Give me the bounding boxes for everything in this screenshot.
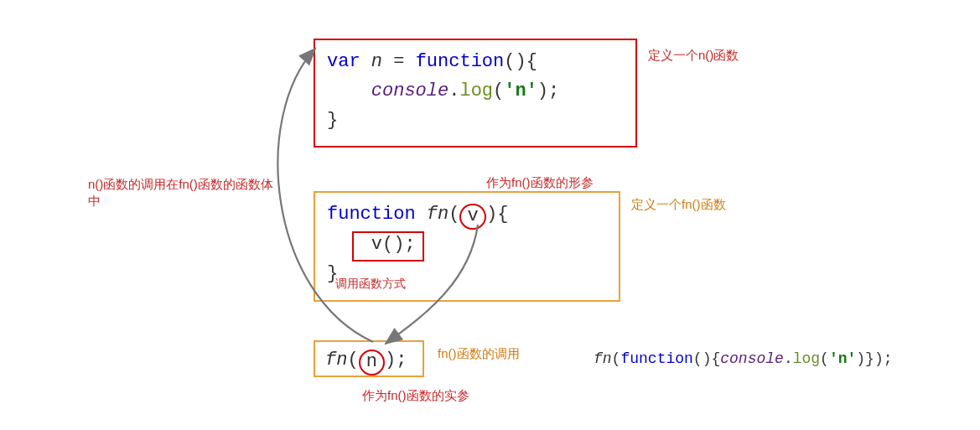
code-text-n-def: var n = function(){ console.log('n'); } xyxy=(315,40,635,142)
keyword-function-2: function xyxy=(327,204,416,225)
inline-str-open: ( xyxy=(820,350,829,367)
open-paren-2: ( xyxy=(449,204,459,225)
inline-console: console xyxy=(720,350,784,367)
param-v-circle: v xyxy=(459,204,486,231)
after-param: ){ xyxy=(486,204,508,225)
paren-brace: (){ xyxy=(504,51,537,72)
console-obj: console xyxy=(371,80,449,101)
inline-open: ( xyxy=(612,350,621,367)
indent xyxy=(327,80,371,101)
inline-fn: fn xyxy=(594,350,612,367)
eq-sign: = xyxy=(382,51,416,72)
open-paren-3: ( xyxy=(347,350,358,370)
inline-equivalent-code: fn(function(){console.log('n')}); xyxy=(594,350,893,367)
fn-name: fn xyxy=(427,204,449,225)
string-n: 'n' xyxy=(504,80,537,101)
annotation-n-call-in-fn: n()函数的调用在fn()函数的函数体中 xyxy=(88,176,281,210)
keyword-var: var xyxy=(327,51,360,72)
log-method: log xyxy=(459,80,493,101)
inline-str: 'n' xyxy=(829,350,856,367)
arg-n: n xyxy=(366,351,377,372)
code-block-fn-call: fn(n); xyxy=(314,340,424,377)
open-paren: ( xyxy=(493,80,504,101)
inline-log: log xyxy=(793,350,820,367)
annotation-fn-param: 作为fn()函数的形参 xyxy=(486,174,594,191)
close-brace: } xyxy=(327,110,338,131)
inline-after-fn: (){ xyxy=(693,350,720,367)
annotation-call-fn-way: 调用函数方式 xyxy=(335,276,406,292)
annotation-fn-arg: 作为fn()函数的实参 xyxy=(362,387,469,404)
param-v: v xyxy=(468,205,479,226)
diagram-stage: var n = function(){ console.log('n'); } … xyxy=(0,0,980,430)
annotation-fn-invoke: fn()函数的调用 xyxy=(438,345,520,362)
annotation-define-fn: 定义一个fn()函数 xyxy=(631,196,726,213)
dot: . xyxy=(449,80,459,101)
annotation-define-n: 定义一个n()函数 xyxy=(648,47,739,64)
inline-end: ); xyxy=(874,350,893,367)
close-3: ); xyxy=(385,350,407,370)
fn-call-name: fn xyxy=(325,350,347,370)
code-text-fn-call: fn(n); xyxy=(315,342,423,379)
inline-kw-function: function xyxy=(620,350,692,367)
var-n: n xyxy=(371,51,382,72)
close-stmt: ); xyxy=(537,80,559,101)
keyword-function: function xyxy=(416,51,505,72)
inline-str-close: )} xyxy=(856,350,874,367)
arg-n-circle: n xyxy=(359,350,386,376)
code-block-n-def: var n = function(){ console.log('n'); } xyxy=(314,39,637,148)
v-call-highlight xyxy=(352,231,424,262)
inline-dot: . xyxy=(784,350,793,367)
